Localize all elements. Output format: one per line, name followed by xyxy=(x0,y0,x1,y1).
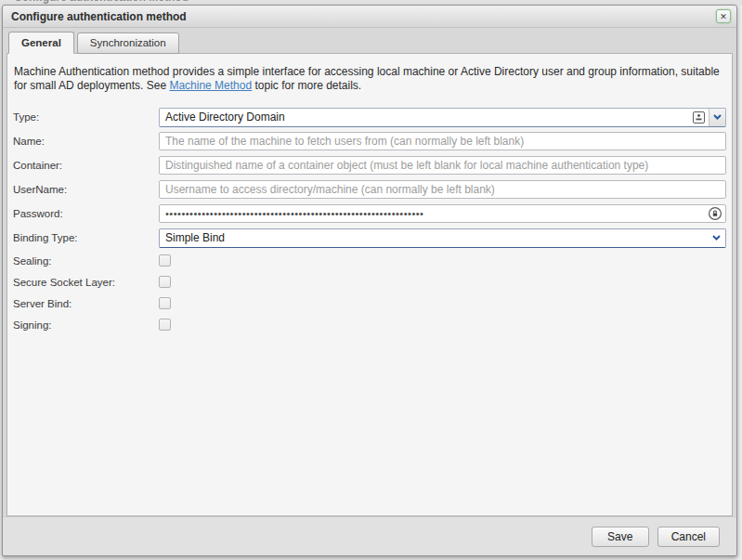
form-row-sealing: Sealing: xyxy=(13,253,732,268)
password-lock-icon[interactable] xyxy=(708,206,722,221)
tab-strip: General Synchronization xyxy=(3,28,736,54)
form-row-password: Password: xyxy=(13,204,732,223)
container-label: Container: xyxy=(13,160,159,171)
info-text-before: Machine Authentication method provides a… xyxy=(14,65,720,92)
configure-auth-dialog: Configure authentication method ✕ Genera… xyxy=(2,5,737,556)
binding-type-combobox[interactable]: Simple Bind xyxy=(159,228,726,248)
machine-method-link[interactable]: Machine Method xyxy=(169,79,252,92)
form-row-server-bind: Server Bind: xyxy=(13,295,732,311)
type-label: Type: xyxy=(13,111,159,123)
tab-panel-general: Machine Authentication method provides a… xyxy=(7,53,733,516)
autocomplete-badge-icon xyxy=(693,111,705,124)
close-icon: ✕ xyxy=(720,12,727,21)
type-combobox-value: Active Directory Domain xyxy=(160,111,693,124)
binding-type-combobox-value: Simple Bind xyxy=(160,231,707,244)
password-label: Password: xyxy=(13,208,159,219)
chevron-down-icon xyxy=(712,235,721,241)
ssl-checkbox[interactable] xyxy=(159,276,171,288)
username-input[interactable] xyxy=(159,180,726,199)
dialog-footer: Save Cancel xyxy=(3,516,736,555)
signing-label: Signing: xyxy=(13,319,159,331)
tab-general[interactable]: General xyxy=(8,32,74,54)
password-input[interactable] xyxy=(159,204,726,223)
cancel-button[interactable]: Cancel xyxy=(657,527,720,547)
binding-type-label: Binding Type: xyxy=(13,232,159,243)
form-row-signing: Signing: xyxy=(13,317,732,332)
auth-form: Type: Active Directory Domain Name: xyxy=(7,108,732,332)
server-bind-label: Server Bind: xyxy=(13,298,159,309)
dialog-titlebar: Configure authentication method ✕ xyxy=(3,6,736,28)
tab-synchronization[interactable]: Synchronization xyxy=(77,33,179,54)
form-row-ssl: Secure Socket Layer: xyxy=(13,274,732,290)
dialog-title: Configure authentication method xyxy=(11,10,716,23)
username-label: UserName: xyxy=(13,184,159,195)
sealing-label: Sealing: xyxy=(13,255,159,267)
name-label: Name: xyxy=(13,136,159,147)
type-combobox[interactable]: Active Directory Domain xyxy=(159,108,726,127)
sealing-checkbox[interactable] xyxy=(159,254,171,267)
ssl-label: Secure Socket Layer: xyxy=(13,277,159,288)
type-dropdown-button[interactable] xyxy=(709,109,725,126)
info-text-after: topic for more details. xyxy=(252,79,361,92)
binding-type-dropdown-button[interactable] xyxy=(707,229,725,247)
save-button[interactable]: Save xyxy=(592,527,649,547)
server-bind-checkbox[interactable] xyxy=(159,297,171,309)
form-row-name: Name: xyxy=(13,132,732,150)
form-row-username: UserName: xyxy=(13,180,732,199)
signing-checkbox[interactable] xyxy=(159,319,171,331)
close-button[interactable]: ✕ xyxy=(716,9,731,23)
form-row-container: Container: xyxy=(13,156,732,175)
password-field-wrap xyxy=(159,204,726,223)
chevron-down-icon xyxy=(713,114,722,120)
form-row-type: Type: Active Directory Domain xyxy=(13,108,732,126)
form-row-binding-type: Binding Type: Simple Bind xyxy=(13,228,732,247)
container-input[interactable] xyxy=(159,156,726,175)
info-text: Machine Authentication method provides a… xyxy=(14,65,722,92)
name-input[interactable] xyxy=(159,132,726,150)
background-window-title: Configure authentication Method xyxy=(14,0,742,4)
